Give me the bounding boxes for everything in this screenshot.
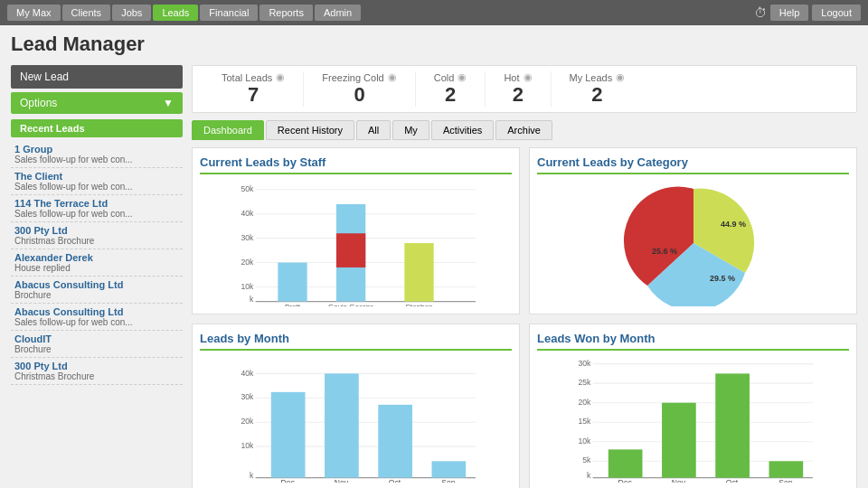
lead-sub: Brochure xyxy=(14,290,179,300)
svg-rect-57 xyxy=(715,373,750,477)
svg-rect-35 xyxy=(378,405,412,478)
tab-activities[interactable]: Activities xyxy=(431,120,494,140)
my-leads-label: My Leads xyxy=(570,72,613,83)
nav-admin[interactable]: Admin xyxy=(315,5,361,21)
tab-my[interactable]: My xyxy=(392,120,429,140)
charts-grid: Current Leads by Staff 50k 40k 30k 20k 1… xyxy=(192,147,857,488)
svg-text:15k: 15k xyxy=(579,417,592,426)
won-bar-chart: 30k 25k 20k 15k 10k 5k k xyxy=(537,356,849,483)
lead-sub: Sales follow-up for web con... xyxy=(14,209,179,219)
main-layout: New Lead Options ▼ Recent Leads 1 GroupS… xyxy=(11,65,857,488)
svg-text:Oct: Oct xyxy=(726,478,739,483)
lead-link[interactable]: The Client xyxy=(14,171,179,182)
staff-chart-title: Current Leads by Staff xyxy=(200,155,512,174)
tab-recent-history[interactable]: Recent History xyxy=(266,120,354,140)
list-item[interactable]: CloudITBrochure xyxy=(11,331,183,358)
chevron-down-icon: ▼ xyxy=(163,97,174,109)
svg-text:25k: 25k xyxy=(579,378,592,387)
svg-text:20k: 20k xyxy=(241,258,255,267)
stat-icon: ◉ xyxy=(388,71,397,83)
monthly-chart-svg: 40k 30k 20k 10k k xyxy=(200,356,512,483)
lead-link[interactable]: 300 Pty Ltd xyxy=(14,225,179,236)
tab-dashboard[interactable]: Dashboard xyxy=(192,120,264,140)
tab-all[interactable]: All xyxy=(356,120,391,140)
lead-link[interactable]: 300 Pty Ltd xyxy=(14,361,179,371)
lead-sub: Brochure xyxy=(14,344,179,354)
page-title: Lead Manager xyxy=(11,33,857,56)
cold-label: Cold xyxy=(434,72,455,83)
options-bar[interactable]: Options ▼ xyxy=(11,92,183,114)
won-chart-title: Leads Won by Month xyxy=(537,332,849,351)
hot-value: 2 xyxy=(513,83,524,107)
svg-rect-55 xyxy=(609,449,643,477)
recent-leads-list: 1 GroupSales follow-up for web con... Th… xyxy=(11,141,183,385)
list-item[interactable]: 1 GroupSales follow-up for web con... xyxy=(11,141,183,168)
nav-financial[interactable]: Financial xyxy=(200,5,258,21)
main-content: Total Leads ◉ 7 Freezing Cold ◉ 0 Cold ◉ xyxy=(192,65,857,488)
lead-link[interactable]: Abacus Consulting Ltd xyxy=(14,306,179,317)
svg-text:50k: 50k xyxy=(241,184,255,193)
svg-text:30k: 30k xyxy=(241,233,255,242)
svg-rect-34 xyxy=(325,373,359,477)
nav-leads[interactable]: Leads xyxy=(153,5,198,21)
freezing-cold-value: 0 xyxy=(354,83,364,107)
nav-reports[interactable]: Reports xyxy=(259,5,313,21)
stat-cold: Cold ◉ 2 xyxy=(416,71,486,107)
nav-right: ⏱ Help Logout xyxy=(754,5,861,21)
svg-text:10k: 10k xyxy=(241,282,255,291)
sidebar: New Lead Options ▼ Recent Leads 1 GroupS… xyxy=(11,65,183,488)
svg-rect-58 xyxy=(769,461,804,477)
list-item[interactable]: Abacus Consulting LtdBrochure xyxy=(11,277,183,304)
list-item[interactable]: Abacus Consulting LtdSales follow-up for… xyxy=(11,304,183,331)
list-item[interactable]: 300 Pty LtdChristmas Brochure xyxy=(11,358,183,385)
nav-clients[interactable]: Clients xyxy=(62,5,111,21)
svg-text:40k: 40k xyxy=(241,209,255,218)
svg-text:10k: 10k xyxy=(579,436,592,446)
stat-my-leads: My Leads ◉ 2 xyxy=(552,71,644,107)
svg-rect-56 xyxy=(662,403,696,478)
svg-text:30k: 30k xyxy=(241,392,255,401)
lead-link[interactable]: Alexander Derek xyxy=(14,252,179,263)
staff-chart-panel: Current Leads by Staff 50k 40k 30k 20k 1… xyxy=(192,147,520,314)
won-chart-svg: 30k 25k 20k 15k 10k 5k k xyxy=(537,356,849,483)
list-item[interactable]: The ClientSales follow-up for web con... xyxy=(11,168,183,195)
svg-text:Nov: Nov xyxy=(672,478,686,483)
stat-icon: ◉ xyxy=(616,71,625,83)
new-lead-button[interactable]: New Lead xyxy=(11,65,183,89)
svg-text:Sep: Sep xyxy=(778,478,793,483)
svg-text:Dec: Dec xyxy=(618,478,632,483)
staff-bar-chart: 50k 40k 30k 20k 10k k xyxy=(200,180,512,306)
list-item[interactable]: Alexander DerekHouse replied xyxy=(11,249,183,277)
monthly-chart-panel: Leads by Month 40k 30k 20k 10k k xyxy=(192,324,520,488)
staff-chart-svg: 50k 40k 30k 20k 10k k xyxy=(200,180,512,306)
svg-text:10k: 10k xyxy=(241,441,255,450)
lead-link[interactable]: CloudIT xyxy=(14,333,179,344)
svg-text:40k: 40k xyxy=(241,369,255,378)
list-item[interactable]: 114 The Terrace LtdSales follow-up for w… xyxy=(11,195,183,222)
page: Lead Manager New Lead Options ▼ Recent L… xyxy=(0,25,868,488)
svg-text:5k: 5k xyxy=(582,455,591,465)
stat-icon: ◉ xyxy=(458,71,467,83)
stats-bar: Total Leads ◉ 7 Freezing Cold ◉ 0 Cold ◉ xyxy=(192,65,857,113)
list-item[interactable]: 300 Pty LtdChristmas Brochure xyxy=(11,222,183,249)
nav-logout[interactable]: Logout xyxy=(812,5,861,21)
nav-mymax[interactable]: My Max xyxy=(7,5,61,21)
tab-bar: Dashboard Recent History All My Activiti… xyxy=(192,120,857,140)
stat-hot: Hot ◉ 2 xyxy=(486,71,551,107)
lead-sub: Christmas Brochure xyxy=(14,236,179,246)
won-chart-panel: Leads Won by Month 30k 25k 20k 15k 10k 5… xyxy=(529,324,857,488)
nav-help[interactable]: Help xyxy=(770,5,809,21)
svg-text:20k: 20k xyxy=(241,417,255,426)
lead-sub: Sales follow-up for web con... xyxy=(14,317,179,327)
nav-left: My Max Clients Jobs Leads Financial Repo… xyxy=(7,5,361,21)
tab-archive[interactable]: Archive xyxy=(495,120,552,140)
lead-link[interactable]: 1 Group xyxy=(14,144,179,155)
lead-link[interactable]: 114 The Terrace Ltd xyxy=(14,198,179,209)
hot-label: Hot xyxy=(504,72,519,83)
monthly-chart-title: Leads by Month xyxy=(200,332,512,351)
pie-chart-svg: 44.9 % 29.5 % 25.6 % xyxy=(576,180,811,306)
lead-link[interactable]: Abacus Consulting Ltd xyxy=(14,279,179,290)
nav-jobs[interactable]: Jobs xyxy=(112,5,151,21)
pie-chart-container: 44.9 % 29.5 % 25.6 % xyxy=(537,180,849,306)
timer-icon[interactable]: ⏱ xyxy=(754,5,767,20)
